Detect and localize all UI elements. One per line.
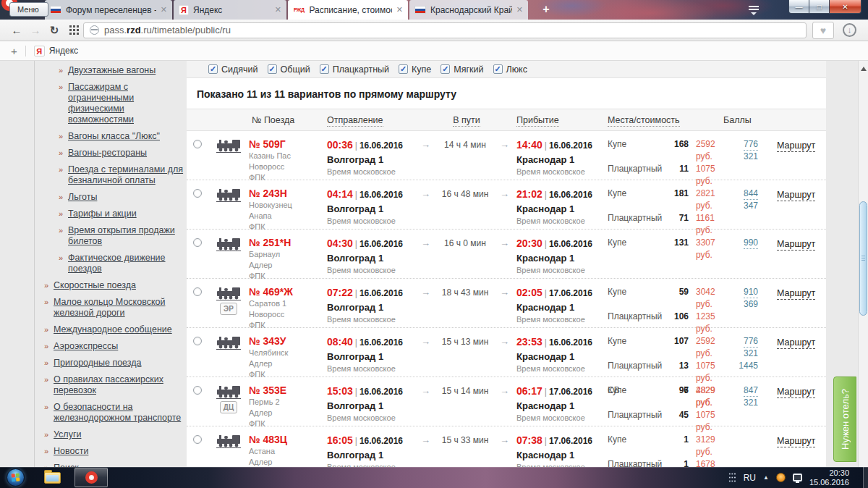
downloads-button[interactable]: ↓ bbox=[843, 23, 856, 37]
train-number-link[interactable]: № 343У bbox=[249, 335, 327, 347]
select-train-radio[interactable] bbox=[193, 435, 202, 444]
opera-menu-button[interactable]: Меню bbox=[9, 2, 48, 17]
language-indicator[interactable]: RU bbox=[744, 473, 756, 483]
sidebar-link[interactable]: »Поезда с терминалами для безналичной оп… bbox=[35, 164, 187, 186]
network-icon[interactable] bbox=[793, 474, 802, 481]
sidebar-link[interactable]: »О безопасности на железнодорожном транс… bbox=[35, 402, 187, 424]
points-value[interactable]: 990 bbox=[720, 237, 758, 249]
taskbar-clock[interactable]: 20:30 15.06.2016 bbox=[809, 468, 856, 487]
sidebar-link[interactable]: »Вагоны класса "Люкс" bbox=[35, 131, 187, 142]
select-train-radio[interactable] bbox=[193, 238, 202, 247]
sidebar-link[interactable]: »Вагоны-рестораны bbox=[35, 148, 187, 159]
route-link[interactable]: Маршрут bbox=[777, 387, 815, 398]
points-value[interactable]: 910 bbox=[720, 286, 758, 298]
select-train-radio[interactable] bbox=[193, 386, 202, 395]
seat-class-filter[interactable]: ✓Общий bbox=[268, 64, 310, 75]
scroll-up-icon[interactable] bbox=[861, 64, 867, 71]
select-train-radio[interactable] bbox=[193, 189, 202, 198]
sidebar-link[interactable]: »Двухэтажные вагоны bbox=[35, 65, 187, 76]
forward-button[interactable]: → bbox=[26, 24, 45, 36]
back-button[interactable]: ← bbox=[7, 24, 26, 36]
route-link[interactable]: Маршрут bbox=[777, 239, 815, 251]
seat-class-filter[interactable]: ✓Плацкартный bbox=[320, 64, 389, 75]
sidebar-link[interactable]: »Льготы bbox=[35, 192, 187, 203]
bookmark-yandex[interactable]: Я Яндекс bbox=[34, 46, 78, 56]
seat-class-filter[interactable]: ✓Сидячий bbox=[208, 64, 258, 75]
explorer-taskbar-icon[interactable] bbox=[44, 472, 61, 484]
tab-krasnodar[interactable]: Краснодарский Край Бес ✕ bbox=[409, 0, 528, 20]
route-link[interactable]: Маршрут bbox=[777, 436, 815, 447]
route-link[interactable]: Маршрут bbox=[777, 337, 815, 349]
close-button[interactable]: ✕ bbox=[829, 0, 861, 14]
sidebar-link[interactable]: »Пригородные поезда bbox=[35, 358, 187, 369]
sidebar-link[interactable]: »Международное сообщение bbox=[35, 324, 187, 335]
seat-class-filter[interactable]: ✓Мягкий bbox=[441, 64, 483, 75]
checkbox-checked-icon[interactable]: ✓ bbox=[441, 64, 450, 74]
route-link[interactable]: Маршрут bbox=[777, 288, 815, 300]
minimize-button[interactable]: — bbox=[788, 0, 809, 14]
start-button[interactable] bbox=[7, 468, 25, 487]
train-number-link[interactable]: № 353Е bbox=[249, 384, 327, 396]
points-value[interactable]: 844 bbox=[720, 188, 758, 200]
tab-close-icon[interactable]: ✕ bbox=[516, 5, 523, 14]
tab-close-icon[interactable]: ✕ bbox=[161, 5, 167, 14]
points-value[interactable]: 847 bbox=[720, 384, 758, 397]
train-number-link[interactable]: № 483Ц bbox=[249, 434, 327, 445]
sidebar-link[interactable]: »Пассажирам с ограниченными физическими … bbox=[35, 82, 187, 125]
col-departure[interactable]: Отправление bbox=[327, 115, 417, 125]
address-bar[interactable]: pass.rzd.ru/timetable/public/ru bbox=[83, 22, 807, 38]
timezone-note: Время московское bbox=[516, 413, 608, 422]
new-tab-button[interactable]: + bbox=[538, 3, 554, 17]
opera-taskbar-button[interactable] bbox=[75, 468, 108, 487]
show-hidden-icons[interactable]: ▲ bbox=[763, 474, 769, 481]
train-number-link[interactable]: № 469*Ж bbox=[249, 286, 327, 298]
train-number-link[interactable]: № 509Г bbox=[249, 138, 327, 150]
tab-rzd-active[interactable]: РЖД Расписание, стоимость би ✕ bbox=[288, 0, 408, 20]
col-seats-price[interactable]: Места/стоимость bbox=[608, 115, 720, 125]
tab-forum[interactable]: Форум переселенцев - "Д ✕ bbox=[45, 0, 172, 20]
select-train-radio[interactable] bbox=[193, 287, 202, 296]
add-bookmark-button[interactable]: + bbox=[11, 45, 17, 57]
sidebar-link[interactable]: »Тарифы и акции bbox=[35, 209, 187, 219]
seat-class-filter[interactable]: ✓Люкс bbox=[493, 64, 527, 75]
maximize-button[interactable]: □ bbox=[809, 0, 829, 14]
tab-close-icon[interactable]: ✕ bbox=[396, 5, 403, 14]
train-number-link[interactable]: № 243Н bbox=[249, 188, 327, 199]
tab-yandex[interactable]: Я Яндекс ✕ bbox=[174, 0, 286, 20]
speed-dial-icon[interactable] bbox=[69, 25, 72, 28]
select-train-radio[interactable] bbox=[193, 337, 202, 345]
checkbox-checked-icon[interactable]: ✓ bbox=[320, 64, 329, 74]
tab-close-icon[interactable]: ✕ bbox=[275, 5, 281, 14]
checkbox-checked-icon[interactable]: ✓ bbox=[208, 64, 218, 74]
col-duration[interactable]: В пути bbox=[417, 115, 516, 125]
sidebar-link[interactable]: »Время открытия продажи билетов bbox=[35, 225, 187, 247]
tray-app-icon[interactable] bbox=[776, 473, 786, 482]
train-number-link[interactable]: № 251*Н bbox=[249, 237, 327, 248]
page-scrollbar[interactable] bbox=[858, 61, 868, 467]
bookmark-heart-button[interactable]: ♥ bbox=[812, 22, 834, 39]
sidebar-link[interactable]: »Скоростные поезда bbox=[35, 280, 187, 291]
sidebar-link[interactable]: »Аэроэкспрессы bbox=[35, 341, 187, 352]
col-arrival[interactable]: Прибытие bbox=[516, 115, 608, 125]
checkbox-checked-icon[interactable]: ✓ bbox=[268, 64, 277, 74]
hotel-banner[interactable]: Нужен отель? bbox=[833, 376, 856, 462]
show-desktop-button[interactable] bbox=[863, 467, 868, 488]
reload-button[interactable]: ↻ bbox=[45, 24, 64, 37]
route-link[interactable]: Маршрут bbox=[777, 190, 815, 201]
tab-menu-icon[interactable] bbox=[748, 6, 760, 18]
checkbox-checked-icon[interactable]: ✓ bbox=[399, 64, 408, 74]
select-train-radio[interactable] bbox=[193, 140, 202, 148]
sidebar-link[interactable]: »Фактическое движение поездов bbox=[35, 253, 187, 274]
sidebar-link[interactable]: »Новости bbox=[35, 446, 187, 457]
site-badge-icon[interactable] bbox=[90, 25, 99, 35]
route-link[interactable]: Маршрут bbox=[777, 140, 815, 152]
points-value[interactable]: 776 bbox=[720, 335, 758, 348]
scrollbar-thumb[interactable] bbox=[859, 201, 867, 316]
checkbox-checked-icon[interactable]: ✓ bbox=[493, 64, 503, 74]
points-value[interactable]: 776 bbox=[720, 138, 758, 151]
sidebar-link[interactable]: »Малое кольцо Московской железной дороги bbox=[35, 297, 187, 319]
seat-class-filter[interactable]: ✓Купе bbox=[399, 64, 431, 75]
sidebar-link[interactable]: »Услуги bbox=[35, 429, 187, 440]
sidebar-link[interactable]: »О правилах пассажирских перевозок bbox=[35, 374, 187, 396]
chevron-bullet-icon: » bbox=[44, 280, 54, 291]
